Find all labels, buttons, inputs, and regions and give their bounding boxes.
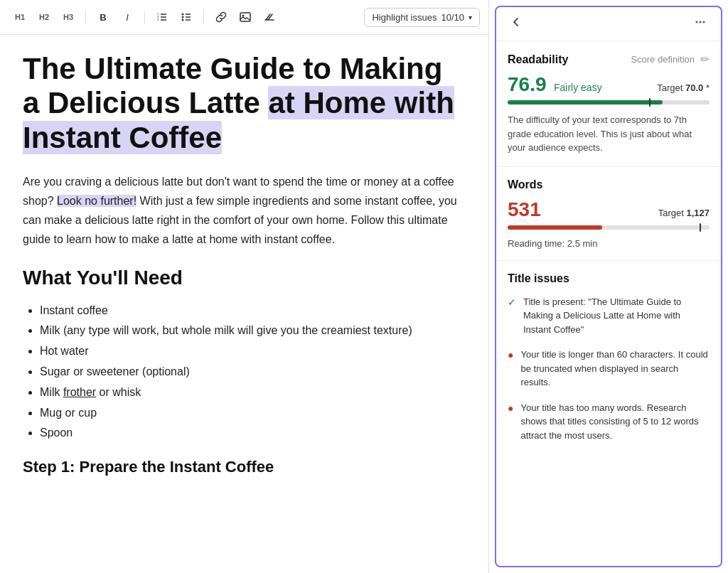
list-item: Mug or cup (40, 403, 466, 424)
svg-point-6 (182, 14, 184, 16)
check-icon: ✓ (508, 296, 516, 308)
words-score-row: 531 Target 1,127 (508, 198, 710, 221)
words-title: Words (508, 178, 542, 191)
format-buttons: B I (92, 6, 139, 28)
sidebar-header (496, 7, 721, 41)
separator-1 (85, 10, 86, 24)
issue-text-3: Your title has too many words. Research … (520, 401, 710, 443)
svg-rect-12 (240, 13, 250, 21)
readability-title: Readability (508, 53, 568, 66)
issue-item-1: ✓ Title is present: "The Ultimate Guide … (508, 295, 710, 337)
bold-button[interactable]: B (92, 6, 114, 28)
highlight-count: 10/10 (441, 12, 464, 23)
reading-time: Reading time: 2.5 min (508, 238, 710, 249)
list-item: Hot water (40, 341, 466, 362)
list-item: Milk (any type will work, but whole milk… (40, 321, 466, 341)
readability-score-label: Fairly easy (554, 82, 602, 93)
issue-text-1: Title is present: "The Ultimate Guide to… (523, 295, 710, 337)
list-item: Instant coffee (40, 301, 466, 321)
svg-point-13 (242, 15, 245, 17)
what-youll-need-heading: What You'll Need (23, 267, 466, 289)
svg-point-15 (696, 21, 698, 23)
article-intro: Are you craving a delicious latte but do… (23, 172, 466, 250)
intro-highlight: Look no further! (57, 195, 136, 207)
h3-button[interactable]: H3 (57, 6, 80, 28)
title-issues-title: Title issues (508, 272, 710, 285)
heading-buttons: H1 H2 H3 (9, 6, 80, 28)
words-value: 531 (508, 198, 541, 221)
editor-panel: H1 H2 H3 B I 1.2.3. (0, 0, 489, 573)
readability-score-value: 76.9 (508, 73, 547, 95)
list-item: Sugar or sweetener (optional) (40, 362, 466, 382)
readability-section: Readability Score definition ✏ 76.9 Fair… (496, 41, 721, 167)
svg-point-8 (182, 19, 184, 21)
readability-target-marker (649, 98, 651, 107)
issue-item-3: ● Your title has too many words. Researc… (508, 401, 710, 443)
score-definition-link[interactable]: Score definition (631, 54, 695, 65)
h1-button[interactable]: H1 (9, 6, 31, 28)
format-clear-button[interactable] (258, 6, 281, 28)
svg-text:3.: 3. (157, 18, 159, 21)
words-progress-bar (508, 225, 710, 230)
readability-sidebar: Readability Score definition ✏ 76.9 Fair… (495, 6, 722, 567)
sidebar-back-button[interactable] (506, 15, 526, 33)
issue-text-2: Your title is longer than 60 characters.… (520, 348, 710, 390)
highlight-issues-label: Highlight issues (372, 12, 437, 23)
h2-button[interactable]: H2 (33, 6, 55, 28)
words-progress-fill (508, 225, 602, 230)
svg-point-17 (703, 21, 705, 23)
words-title-row: Words (508, 178, 710, 191)
sidebar-menu-button[interactable] (690, 14, 711, 33)
editor-content[interactable]: The Ultimate Guide to Making a Delicious… (0, 35, 488, 573)
insert-buttons (210, 6, 281, 28)
link-button[interactable] (210, 6, 232, 28)
words-target-marker (700, 223, 701, 232)
words-section: Words 531 Target 1,127 Reading time: 2.5… (496, 167, 721, 261)
svg-point-7 (182, 16, 184, 18)
readability-score-row: 76.9 Fairly easy Target 70.0 * (508, 73, 710, 96)
readability-progress-bar (508, 100, 710, 105)
chevron-down-icon: ▾ (469, 14, 472, 21)
italic-button[interactable]: I (116, 6, 139, 28)
step1-heading: Step 1: Prepare the Instant Coffee (23, 458, 466, 476)
words-target: Target 1,127 (658, 208, 710, 218)
ingredients-list: Instant coffee Milk (any type will work,… (23, 301, 466, 444)
error-icon-1: ● (508, 349, 513, 360)
unordered-list-button[interactable] (175, 6, 198, 28)
article-title: The Ultimate Guide to Making a Delicious… (23, 52, 466, 155)
image-button[interactable] (234, 6, 257, 28)
title-highlight: at Home with Instant Coffee (23, 86, 454, 154)
svg-point-16 (700, 21, 702, 23)
issue-item-2: ● Your title is longer than 60 character… (508, 348, 710, 390)
toolbar: H1 H2 H3 B I 1.2.3. (0, 0, 488, 35)
separator-2 (144, 10, 145, 24)
readability-target: Target 70.0 * (657, 82, 710, 93)
highlight-issues-dropdown[interactable]: Highlight issues 10/10 ▾ (364, 8, 480, 27)
error-icon-2: ● (508, 402, 513, 414)
list-item: Milk frother or whisk (40, 382, 466, 403)
ordered-list-button[interactable]: 1.2.3. (151, 6, 173, 28)
list-buttons: 1.2.3. (151, 6, 198, 28)
readability-title-row: Readability Score definition ✏ (508, 53, 710, 66)
readability-progress-fill (508, 100, 663, 105)
title-issues-section: Title issues ✓ Title is present: "The Ul… (496, 261, 721, 466)
readability-edit-button[interactable]: ✏ (700, 53, 710, 66)
list-item: Spoon (40, 423, 466, 444)
readability-description: The difficulty of your text corresponds … (508, 113, 710, 155)
separator-3 (203, 10, 204, 24)
